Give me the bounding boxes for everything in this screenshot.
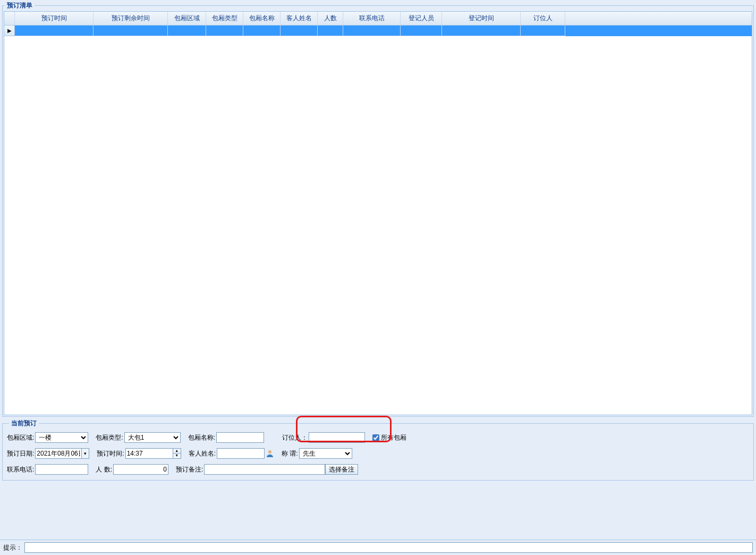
- cell-people[interactable]: [318, 26, 343, 36]
- book-date-input[interactable]: [36, 449, 81, 458]
- cell-type[interactable]: [206, 26, 243, 36]
- col-registrar[interactable]: 登记人员: [401, 12, 442, 25]
- book-time-input[interactable]: [126, 449, 173, 458]
- row-marker-icon: ▶: [4, 26, 15, 36]
- col-phone[interactable]: 联系电话: [343, 12, 401, 25]
- phone-label: 联系电话:: [7, 465, 34, 474]
- form-row-1: 包厢区域: 一楼 包厢类型: 大包1 包厢名称: 订位人：: [7, 432, 749, 443]
- col-type[interactable]: 包厢类型: [206, 12, 243, 25]
- person-icon[interactable]: [266, 449, 274, 458]
- book-date-picker[interactable]: ▾: [35, 448, 89, 459]
- phone-input[interactable]: [35, 464, 88, 475]
- current-reservation-panel: 当前预订 包厢区域: 一楼 包厢类型: 大包1 包厢名称: 订位人：: [2, 419, 754, 481]
- cell-remaining-time[interactable]: [94, 26, 168, 36]
- type-select[interactable]: 大包1: [124, 432, 181, 443]
- col-register-time[interactable]: 登记时间: [442, 12, 521, 25]
- col-area[interactable]: 包厢区域: [168, 12, 206, 25]
- area-select[interactable]: 一楼: [35, 432, 88, 443]
- area-label: 包厢区域:: [7, 433, 34, 442]
- note-input[interactable]: [204, 464, 325, 475]
- room-name-input[interactable]: [216, 432, 264, 443]
- people-label: 人 数:: [96, 465, 112, 474]
- reservation-list-panel: 预订清单 预订时间 预订剩余时间 包厢区域 包厢类型 包厢名称 客人姓名 人数 …: [2, 1, 754, 417]
- col-booker[interactable]: 订位人: [521, 12, 565, 25]
- col-guest-name[interactable]: 客人姓名: [281, 12, 318, 25]
- hint-input[interactable]: [24, 542, 753, 553]
- svg-point-0: [268, 450, 271, 453]
- reservation-list-title: 预订清单: [5, 1, 35, 10]
- cell-area[interactable]: [168, 26, 206, 36]
- type-label: 包厢类型:: [96, 433, 123, 442]
- title-label: 称 谓:: [282, 449, 298, 458]
- guest-name-label: 客人姓名:: [189, 449, 216, 458]
- people-input[interactable]: [113, 464, 168, 475]
- current-reservation-title: 当前预订: [9, 419, 39, 428]
- grid-corner: [4, 12, 15, 25]
- chevron-down-icon[interactable]: ▾: [81, 449, 89, 458]
- booker-input[interactable]: [309, 432, 365, 443]
- cell-room-name[interactable]: [243, 26, 281, 36]
- book-date-label: 预订日期:: [7, 449, 34, 458]
- room-name-label: 包厢名称:: [188, 433, 215, 442]
- grid-header-row: 预订时间 预订剩余时间 包厢区域 包厢类型 包厢名称 客人姓名 人数 联系电话 …: [4, 12, 752, 26]
- spinner-up-icon[interactable]: ▲: [173, 449, 181, 453]
- all-rooms-label: 所有包厢: [381, 433, 406, 442]
- book-time-spinner[interactable]: ▲ ▼: [125, 448, 181, 459]
- hint-bar: 提示：: [0, 540, 756, 555]
- col-book-time[interactable]: 预订时间: [15, 12, 94, 25]
- cell-book-time[interactable]: [15, 26, 94, 36]
- note-label: 预订备注:: [176, 465, 203, 474]
- form-row-3: 联系电话: 人 数: 预订备注: 选择备注: [7, 464, 749, 475]
- col-remaining-time[interactable]: 预订剩余时间: [94, 12, 168, 25]
- hint-label: 提示：: [3, 543, 22, 552]
- select-note-button[interactable]: 选择备注: [325, 464, 358, 475]
- table-row[interactable]: ▶: [4, 26, 752, 36]
- col-room-name[interactable]: 包厢名称: [243, 12, 281, 25]
- guest-name-input[interactable]: [217, 448, 265, 459]
- form-row-2: 预订日期: ▾ 预订时间: ▲ ▼ 客人姓名:: [7, 448, 749, 459]
- spinner-down-icon[interactable]: ▼: [173, 453, 181, 458]
- cell-registrar[interactable]: [401, 26, 442, 36]
- cell-booker[interactable]: [521, 26, 565, 36]
- booker-label: 订位人：: [282, 433, 308, 442]
- all-rooms-checkbox[interactable]: [372, 434, 379, 441]
- cell-guest-name[interactable]: [281, 26, 318, 36]
- cell-register-time[interactable]: [442, 26, 521, 36]
- cell-phone[interactable]: [343, 26, 401, 36]
- col-people[interactable]: 人数: [318, 12, 343, 25]
- book-time-label: 预订时间:: [97, 449, 124, 458]
- reservation-grid[interactable]: 预订时间 预订剩余时间 包厢区域 包厢类型 包厢名称 客人姓名 人数 联系电话 …: [4, 11, 752, 415]
- title-select[interactable]: 先生: [299, 448, 352, 459]
